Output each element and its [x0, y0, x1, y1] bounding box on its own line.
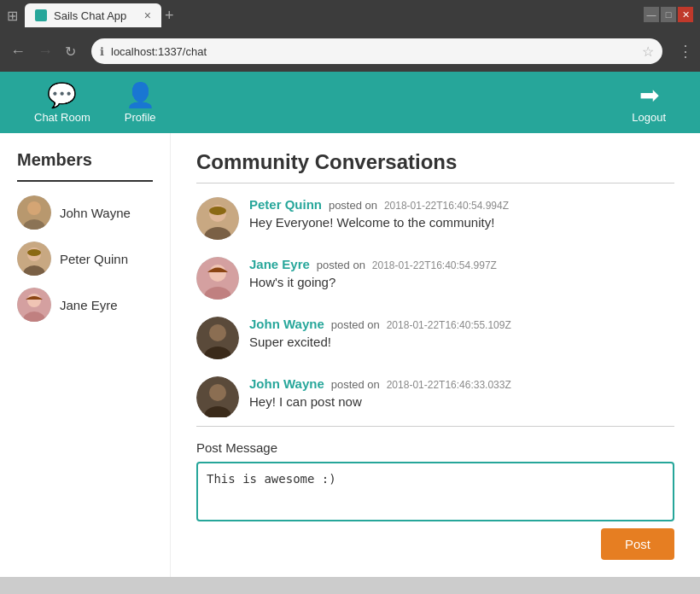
sidebar: Members John Wayne [0, 133, 171, 577]
main-content: Members John Wayne [0, 133, 700, 577]
tab-close-button[interactable]: × [144, 9, 151, 22]
chat-icon: 💬 [47, 81, 77, 109]
post-label: Post Message [196, 440, 674, 455]
msg-time-4: 2018-01-22T16:46:33.033Z [387, 379, 511, 391]
chat-area: Community Conversations [171, 133, 700, 577]
msg-author-1: Peter Quinn [249, 197, 322, 212]
profile-icon: 👤 [125, 81, 155, 109]
profile-label: Profile [125, 111, 156, 124]
close-button[interactable]: ✕ [678, 7, 693, 22]
message-3: John Wayne posted on 2018-01-22T16:40:55… [196, 317, 666, 359]
msg-time-1: 2018-01-22T16:40:54.994Z [384, 200, 509, 212]
svg-point-18 [209, 324, 226, 341]
post-message-input[interactable] [196, 462, 674, 521]
address-bar[interactable]: ℹ localhost:1337/chat ☆ [91, 38, 662, 64]
bookmark-icon[interactable]: ☆ [642, 44, 654, 60]
msg-time-3: 2018-01-22T16:40:55.109Z [387, 319, 511, 331]
msg-avatar-jane [196, 257, 239, 300]
member-name: Jane Eyre [60, 298, 118, 312]
security-icon: ℹ [100, 45, 104, 58]
msg-header-3: John Wayne posted on 2018-01-22T16:40:55… [249, 317, 666, 331]
post-button[interactable]: Post [601, 528, 674, 560]
msg-header-1: Peter Quinn posted on 2018-01-22T16:40:5… [249, 197, 666, 212]
nav-chat-room[interactable]: 💬 Chat Room [17, 74, 108, 131]
msg-author-3: John Wayne [249, 317, 324, 331]
member-john-wayne[interactable]: John Wayne [17, 195, 153, 230]
member-peter-quinn[interactable]: Peter Quinn [17, 242, 153, 276]
svg-point-13 [209, 207, 226, 215]
reload-button[interactable]: ↻ [61, 42, 79, 61]
msg-text-2: How's it going? [249, 275, 666, 289]
url-display: localhost:1337/chat [111, 45, 635, 58]
minimize-button[interactable]: — [644, 7, 659, 22]
member-name: John Wayne [60, 206, 131, 220]
msg-author-2: Jane Eyre [249, 257, 310, 271]
member-name: Peter Quinn [60, 252, 128, 266]
post-divider [196, 426, 674, 427]
msg-posted-4: posted on [331, 378, 380, 391]
msg-avatar-peter [196, 197, 239, 240]
svg-point-6 [27, 249, 41, 256]
svg-point-15 [209, 265, 226, 282]
msg-time-2: 2018-01-22T16:40:54.997Z [372, 259, 497, 271]
new-tab-button[interactable]: + [165, 7, 174, 25]
maximize-button[interactable]: □ [661, 7, 676, 22]
msg-body-4: John Wayne posted on 2018-01-22T16:46:33… [249, 376, 666, 417]
chat-title: Community Conversations [196, 150, 674, 174]
avatar-john-wayne [17, 195, 51, 230]
svg-point-21 [209, 384, 226, 401]
tab-title: Sails Chat App [54, 9, 126, 22]
msg-text-3: Super excited! [249, 335, 666, 349]
msg-header-4: John Wayne posted on 2018-01-22T16:46:33… [249, 376, 666, 391]
tab-favicon [35, 9, 47, 21]
nav-profile[interactable]: 👤 Profile [108, 74, 173, 131]
sidebar-divider [17, 180, 153, 182]
msg-body-2: Jane Eyre posted on 2018-01-22T16:40:54.… [249, 257, 666, 300]
message-4: John Wayne posted on 2018-01-22T16:46:33… [196, 376, 666, 417]
browser-tab[interactable]: Sails Chat App × [25, 3, 161, 27]
logout-icon: ➡ [639, 81, 659, 109]
svg-point-1 [27, 201, 41, 215]
msg-text-1: Hey Everyone! Welcome to the community! [249, 215, 666, 230]
app-window: 💬 Chat Room 👤 Profile ➡ Logout Members [0, 72, 700, 577]
msg-text-4: Hey! I can post now [249, 394, 666, 409]
menu-button[interactable]: ⋮ [678, 42, 693, 61]
sidebar-title: Members [17, 150, 153, 170]
member-jane-eyre[interactable]: Jane Eyre [17, 288, 153, 322]
msg-body-1: Peter Quinn posted on 2018-01-22T16:40:5… [249, 197, 666, 240]
avatar-jane-eyre [17, 288, 51, 322]
msg-avatar-john-1 [196, 317, 239, 359]
svg-point-8 [27, 294, 41, 307]
avatar-peter-quinn [17, 242, 51, 276]
msg-header-2: Jane Eyre posted on 2018-01-22T16:40:54.… [249, 257, 666, 271]
chat-room-label: Chat Room [34, 111, 90, 124]
message-1: Peter Quinn posted on 2018-01-22T16:40:5… [196, 197, 666, 240]
messages-list: Peter Quinn posted on 2018-01-22T16:40:5… [196, 197, 674, 417]
chat-top-divider [196, 183, 674, 183]
msg-body-3: John Wayne posted on 2018-01-22T16:40:55… [249, 317, 666, 359]
message-2: Jane Eyre posted on 2018-01-22T16:40:54.… [196, 257, 666, 300]
msg-posted-3: posted on [331, 318, 380, 331]
msg-avatar-john-2 [196, 376, 239, 417]
msg-author-4: John Wayne [249, 376, 324, 391]
forward-button[interactable]: → [34, 41, 56, 62]
nav-logout[interactable]: ➡ Logout [615, 74, 683, 131]
navbar: 💬 Chat Room 👤 Profile ➡ Logout [0, 72, 700, 133]
logout-label: Logout [632, 111, 666, 124]
msg-posted-1: posted on [329, 199, 377, 212]
back-button[interactable]: ← [7, 41, 29, 62]
msg-posted-2: posted on [317, 259, 365, 271]
